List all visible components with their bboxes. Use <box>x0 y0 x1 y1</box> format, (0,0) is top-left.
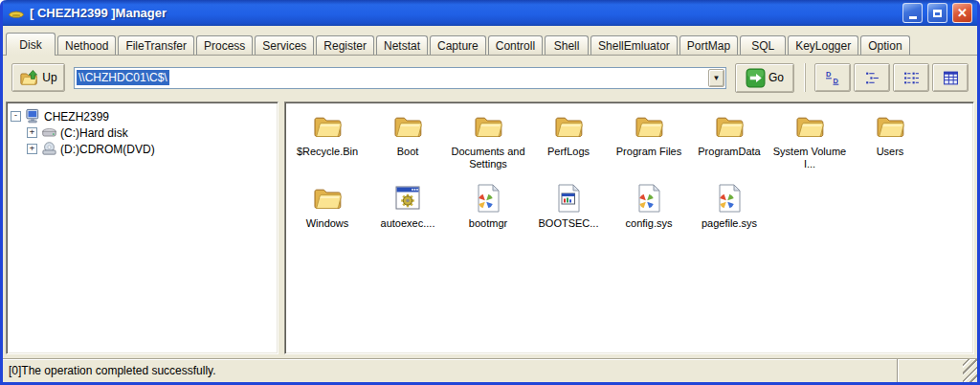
file-label: Documents and Settings <box>449 146 527 170</box>
details-view-button[interactable] <box>932 63 969 92</box>
list-view-button[interactable] <box>893 63 929 92</box>
tab-process[interactable]: Process <box>196 35 253 55</box>
file-label: config.sys <box>626 217 673 230</box>
file-list-panel[interactable]: $Recycle.Bin Boot Documents and Settings… <box>284 102 974 354</box>
tab-sql[interactable]: SQL <box>740 35 786 55</box>
batch-icon <box>391 182 424 215</box>
view-mode-icon <box>903 70 920 86</box>
go-button-label: Go <box>768 71 784 84</box>
title-bar[interactable]: [ CHEZH2399 ]Manager ✕ <box>3 0 977 26</box>
tree-item[interactable]: + (D:)CDROM(DVD) <box>11 141 274 157</box>
file-item[interactable]: System Volume I... <box>769 110 850 170</box>
view-mode-icon <box>943 70 959 86</box>
tab-filetransfer[interactable]: FileTransfer <box>118 35 194 55</box>
file-label: Boot <box>397 146 419 158</box>
tab-controll[interactable]: Controll <box>488 35 543 55</box>
tree-item[interactable]: + (C:)Hard disk <box>11 125 274 141</box>
tab-capture[interactable]: Capture <box>430 35 486 55</box>
go-button[interactable]: Go <box>735 63 794 93</box>
tab-portmap[interactable]: PortMap <box>679 35 738 55</box>
resize-grip[interactable] <box>963 359 977 382</box>
expand-toggle[interactable]: + <box>27 127 37 138</box>
go-arrow-icon <box>746 68 766 88</box>
tab-option[interactable]: Option <box>860 35 909 55</box>
close-button[interactable]: ✕ <box>952 3 972 23</box>
file-item[interactable]: BOOTSEC... <box>528 182 609 230</box>
tab-label: Capture <box>437 39 479 53</box>
minimize-icon <box>909 16 917 19</box>
folder-icon <box>552 110 585 143</box>
cdrom-icon <box>41 141 57 157</box>
status-secondary-pane <box>897 359 963 382</box>
file-item[interactable]: autoexec.... <box>368 182 448 230</box>
folder-icon <box>713 110 746 143</box>
view-mode-icon <box>825 70 841 86</box>
view-mode-icon <box>864 70 880 86</box>
file-item[interactable]: Program Files <box>609 110 689 170</box>
file-item[interactable]: Documents and Settings <box>448 110 528 170</box>
file-item[interactable]: bootmgr <box>448 182 528 230</box>
minimize-button[interactable] <box>902 3 923 23</box>
sysfile-icon <box>713 182 746 215</box>
tab-shellemluator[interactable]: ShellEmluator <box>590 35 678 55</box>
file-item[interactable]: config.sys <box>609 182 689 230</box>
file-item[interactable]: ProgramData <box>689 110 769 170</box>
tree-item-computer[interactable]: - CHEZH2399 <box>11 108 274 125</box>
tab-label: Disk <box>19 38 41 52</box>
up-folder-icon <box>19 67 40 88</box>
up-button[interactable]: Up <box>11 63 65 92</box>
file-label: Program Files <box>616 146 681 158</box>
toolbar: Up \\CHZHDC01\C$\ ▼ Go <box>3 56 977 100</box>
file-item[interactable]: Windows <box>287 182 368 230</box>
tab-label: Process <box>204 39 245 53</box>
address-bar[interactable]: \\CHZHDC01\C$\ ▼ <box>74 67 726 89</box>
maximize-button[interactable] <box>927 3 947 23</box>
expand-toggle[interactable]: + <box>27 144 37 154</box>
address-dropdown-button[interactable]: ▼ <box>708 69 724 87</box>
tab-label: Controll <box>496 39 535 53</box>
status-message: [0]The operation completed successfully. <box>3 359 897 382</box>
tab-register[interactable]: Register <box>316 35 374 55</box>
main-content: - CHEZH2399 + (C:)Hard disk + (D:)CDROM(… <box>3 100 977 358</box>
folder-icon <box>311 110 344 143</box>
file-item[interactable]: PerfLogs <box>528 110 609 170</box>
folder-icon <box>633 110 665 143</box>
file-item[interactable]: pagefile.sys <box>689 182 769 230</box>
tree-children: + (C:)Hard disk + (D:)CDROM(DVD) <box>11 125 274 157</box>
tab-netstat[interactable]: Netstat <box>376 35 428 55</box>
app-window: [ CHEZH2399 ]Manager ✕ DiskNethoodFileTr… <box>0 0 980 385</box>
tree-item-label: (C:)Hard disk <box>60 126 128 140</box>
ufo-app-icon <box>8 5 25 22</box>
small-icons-view-button[interactable] <box>854 63 890 92</box>
collapse-toggle[interactable]: - <box>11 111 21 122</box>
file-label: BOOTSEC... <box>539 217 599 230</box>
appfile-icon <box>552 182 585 215</box>
tab-label: Register <box>323 39 367 53</box>
tab-label: SQL <box>751 39 774 53</box>
file-item[interactable]: Boot <box>368 110 448 170</box>
file-label: Users <box>877 146 904 158</box>
folder-tree-panel[interactable]: - CHEZH2399 + (C:)Hard disk + (D:)CDROM(… <box>6 102 278 354</box>
tab-disk[interactable]: Disk <box>6 33 56 56</box>
tab-bar: DiskNethoodFileTransferProcessServicesRe… <box>3 26 977 56</box>
tab-nethood[interactable]: Nethood <box>57 35 116 55</box>
tab-label: ShellEmluator <box>598 39 670 53</box>
file-item[interactable]: $Recycle.Bin <box>287 110 368 170</box>
file-label: bootmgr <box>469 217 507 230</box>
tab-label: Option <box>868 39 902 53</box>
tab-services[interactable]: Services <box>255 35 314 55</box>
tab-keylogger[interactable]: KeyLogger <box>788 35 858 55</box>
tab-label: FileTransfer <box>125 39 187 53</box>
chevron-down-icon: ▼ <box>713 74 721 82</box>
file-label: pagefile.sys <box>702 217 757 230</box>
file-label: PerfLogs <box>547 146 590 158</box>
file-item[interactable]: Users <box>850 110 930 170</box>
file-label: $Recycle.Bin <box>297 146 358 158</box>
large-icons-view-button[interactable] <box>814 63 851 92</box>
tab-label: Nethood <box>65 39 108 53</box>
file-label: System Volume I... <box>770 146 849 170</box>
tab-label: PortMap <box>687 39 730 53</box>
tab-shell[interactable]: Shell <box>545 35 589 55</box>
folder-icon <box>391 110 424 143</box>
file-label: Windows <box>306 217 349 230</box>
